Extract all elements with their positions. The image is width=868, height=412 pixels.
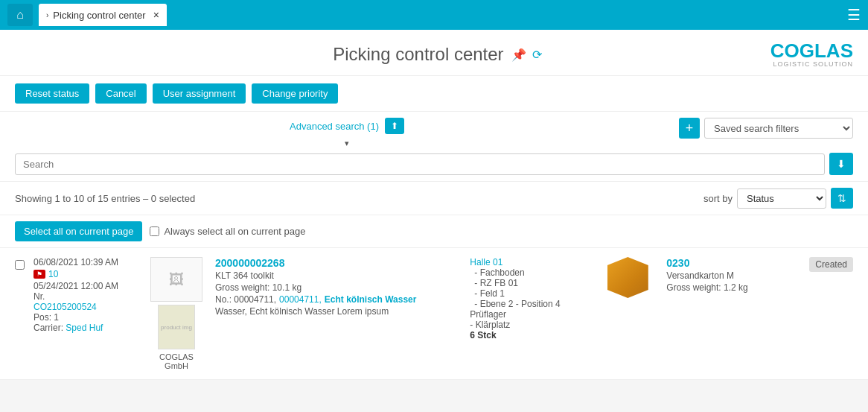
item-meta: 06/08/2021 10:39 AM ⚑ 10 05/24/2021 12:0…	[33, 257, 138, 333]
item-details: 200000002268 KLT 364 toolkit Gross weigh…	[215, 257, 461, 318]
sort-direction-button[interactable]: ⇅	[831, 188, 853, 209]
item-co-num[interactable]: CO2105200524	[33, 302, 97, 312]
package-weight: Gross weight: 1.2 kg	[666, 282, 800, 293]
results-row: Showing 1 to 10 of 15 entries – 0 select…	[0, 182, 868, 215]
sort-direction-icon: ⇅	[837, 192, 846, 204]
page-title: Picking control center	[333, 44, 503, 65]
sort-select[interactable]: Status Date Order number	[737, 188, 826, 209]
tab-close-icon[interactable]: ×	[153, 9, 159, 21]
sort-label: sort by	[703, 193, 733, 204]
location-main: Halle 01	[470, 257, 589, 267]
item-stck: 6 Stck	[470, 330, 589, 340]
logo-area: COGLAS LOGISTIC SOLUTION	[770, 41, 853, 68]
cancel-button[interactable]: Cancel	[95, 83, 146, 104]
download-icon: ⬇	[837, 158, 846, 170]
item-date1: 06/08/2021 10:39 AM	[33, 257, 138, 267]
item-product-num-link[interactable]: 00004711,	[279, 294, 322, 305]
change-priority-button[interactable]: Change priority	[252, 83, 338, 104]
search-filter-area: Advanced search (1) ⬆ ▾ + Saved search f…	[0, 112, 868, 182]
home-button[interactable]: ⌂	[7, 4, 33, 26]
item-nr: Nr.	[33, 291, 138, 302]
item-product-desc: Wasser, Echt kölnisch Wasser Lorem ipsum	[215, 306, 461, 317]
results-info: Showing 1 to 10 of 15 entries – 0 select…	[15, 193, 195, 204]
item-flag-row: ⚑ 10	[33, 269, 138, 279]
item-product-name[interactable]: Echt kölnisch Wasser	[325, 294, 417, 305]
search-download-button[interactable]: ⬇	[829, 153, 853, 175]
action-bar: Reset status Cancel User assignment Chan…	[0, 76, 868, 112]
hamburger-icon: ☰	[847, 7, 861, 23]
search-input[interactable]	[15, 153, 825, 175]
location-sub2: - RZ FB 01	[474, 278, 589, 288]
image-product: product img	[158, 305, 195, 349]
tab-label: Picking control center	[53, 10, 145, 21]
hamburger-button[interactable]: ☰	[847, 6, 861, 24]
location-sub1: - Fachboden	[474, 267, 589, 278]
title-icons: 📌 ⟳	[511, 48, 542, 62]
item-pos: Pos: 1	[33, 312, 138, 323]
search-row: ⬇	[15, 153, 853, 175]
item-product-row: No.: 00004711, 00004711, Echt kölnisch W…	[215, 294, 461, 305]
item-location: Halle 01 - Fachboden - RZ FB 01 - Feld 1…	[470, 257, 589, 340]
tab-chevron-icon: ›	[46, 11, 48, 19]
flag-icon: ⚑	[33, 270, 45, 279]
always-select-text: Always select all on current page	[164, 226, 305, 237]
saved-filters-area: + Saved search filters	[679, 118, 853, 139]
logo-text: COGLAS	[770, 41, 853, 60]
item-flag-num: 10	[48, 269, 58, 279]
location-extra2: - Klärplatz	[470, 320, 589, 330]
upload-icon: ⬆	[391, 121, 398, 131]
select-all-row: Select all on current page Always select…	[0, 215, 868, 248]
always-select-checkbox[interactable]	[150, 226, 159, 236]
item-date2: 05/24/2021 12:00 AM	[33, 281, 138, 291]
item-carrier: Carrier: Sped Huf	[33, 323, 138, 333]
package-type: Versandkarton M	[666, 270, 800, 281]
tab-picking-control-center[interactable]: › Picking control center ×	[39, 4, 167, 26]
home-icon: ⌂	[16, 8, 24, 22]
row-checkbox[interactable]	[15, 260, 25, 270]
advanced-search-upload-button[interactable]: ⬆	[385, 118, 404, 134]
item-order-num[interactable]: 200000002268	[215, 257, 461, 269]
always-select-label[interactable]: Always select all on current page	[150, 226, 305, 237]
pin-icon[interactable]: 📌	[511, 48, 526, 62]
top-navigation: ⌂ › Picking control center × ☰	[0, 0, 868, 30]
page-header: Picking control center 📌 ⟳ COGLAS LOGIST…	[0, 30, 868, 76]
item-box-area	[598, 257, 657, 298]
refresh-icon[interactable]: ⟳	[532, 48, 542, 62]
item-image-area: 🖼 product img COGLAS GmbH	[147, 257, 206, 370]
select-all-button[interactable]: Select all on current page	[15, 221, 142, 241]
page-title-area: Picking control center 📌 ⟳	[104, 44, 770, 65]
status-badge: Created	[809, 257, 853, 272]
advanced-search-chevron[interactable]: ▾	[345, 139, 349, 148]
item-package: 0230 Versandkarton M Gross weight: 1.2 k…	[666, 257, 800, 294]
package-num[interactable]: 0230	[666, 257, 800, 269]
advanced-search-row: Advanced search (1) ⬆	[290, 118, 404, 134]
location-sub4: - Ebene 2 - Position 4	[474, 299, 589, 309]
user-assignment-button[interactable]: User assignment	[153, 83, 246, 104]
image-placeholder: 🖼	[150, 257, 202, 302]
location-extra1: Prüflager	[470, 309, 589, 320]
item-kit: KLT 364 toolkit	[215, 270, 461, 281]
item-company: COGLAS GmbH	[147, 352, 206, 370]
box-icon	[607, 257, 648, 298]
saved-filters-select[interactable]: Saved search filters	[704, 118, 853, 139]
location-sub3: - Feld 1	[474, 288, 589, 299]
reset-status-button[interactable]: Reset status	[15, 83, 89, 104]
image-icon: 🖼	[169, 271, 184, 288]
table-row: 06/08/2021 10:39 AM ⚑ 10 05/24/2021 12:0…	[0, 248, 868, 380]
item-weight: Gross weight: 10.1 kg	[215, 282, 461, 293]
list-area: 06/08/2021 10:39 AM ⚑ 10 05/24/2021 12:0…	[0, 248, 868, 380]
logo-sub: LOGISTIC SOLUTION	[770, 60, 853, 68]
item-product-num: No.: 00004711,	[215, 294, 276, 305]
advanced-search-link[interactable]: Advanced search (1)	[290, 121, 379, 132]
sort-row: sort by Status Date Order number ⇅	[703, 188, 853, 209]
add-saved-filter-button[interactable]: +	[679, 118, 700, 139]
item-carrier-link[interactable]: Sped Huf	[66, 323, 103, 333]
